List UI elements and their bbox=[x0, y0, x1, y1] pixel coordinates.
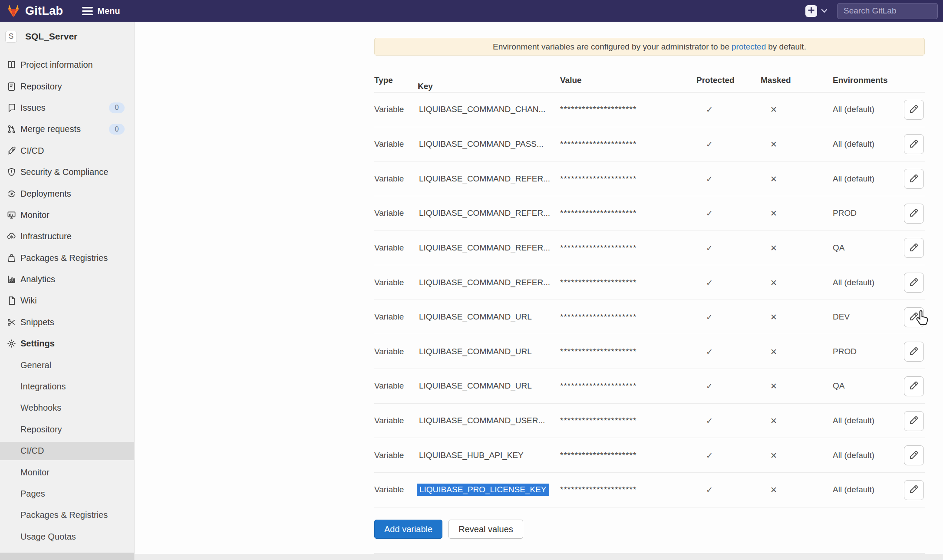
edit-variable-button[interactable] bbox=[904, 100, 924, 120]
table-row: Variable LIQUIBASE_COMMAND_REFER... ****… bbox=[374, 196, 925, 231]
new-item-dropdown-caret[interactable] bbox=[821, 9, 828, 13]
sidebar-item-security-compliance[interactable]: Security & Compliance bbox=[0, 161, 134, 183]
sidebar-subitem-monitor[interactable]: Monitor bbox=[0, 461, 134, 483]
sidebar-item-label: Settings bbox=[20, 339, 55, 349]
sidebar-subitem-label: Packages & Registries bbox=[20, 510, 108, 520]
sidebar-item-deployments[interactable]: Deployments bbox=[0, 183, 134, 204]
sidebar-item-wiki[interactable]: Wiki bbox=[0, 290, 134, 311]
variable-masked-value: ********************* bbox=[560, 278, 636, 287]
sidebar-item-monitor[interactable]: Monitor bbox=[0, 204, 134, 226]
edit-variable-button[interactable] bbox=[904, 445, 924, 465]
bottom-strip bbox=[135, 554, 943, 560]
variable-type: Variable bbox=[374, 312, 404, 322]
menu-button[interactable]: Menu bbox=[82, 6, 120, 16]
edit-variable-button[interactable] bbox=[904, 273, 924, 293]
search-input[interactable] bbox=[837, 3, 938, 19]
sidebar-item-project-information[interactable]: Project information bbox=[0, 54, 134, 76]
sidebar-subitem-label: Monitor bbox=[20, 468, 49, 478]
column-header-masked: Masked bbox=[761, 76, 787, 85]
edit-variable-button[interactable] bbox=[904, 376, 924, 396]
variable-key: LIQUIBASE_COMMAND_REFER... bbox=[419, 174, 550, 184]
edit-variable-button[interactable] bbox=[904, 238, 924, 258]
masked-x-icon: ✕ bbox=[761, 381, 787, 391]
masked-x-icon: ✕ bbox=[761, 277, 787, 287]
masked-x-icon: ✕ bbox=[761, 346, 787, 356]
gitlab-home-link[interactable]: GitLab bbox=[6, 4, 63, 18]
edit-variable-button[interactable] bbox=[904, 169, 924, 189]
table-row: Variable LIQUIBASE_COMMAND_USER... *****… bbox=[374, 404, 925, 438]
protected-check-icon: ✓ bbox=[696, 174, 722, 184]
project-avatar: S bbox=[5, 31, 17, 43]
sidebar-item-ci-cd[interactable]: CI/CD bbox=[0, 140, 134, 161]
sidebar-item-issues[interactable]: Issues 0 bbox=[0, 97, 134, 119]
reveal-values-button[interactable]: Reveal values bbox=[448, 520, 523, 539]
edit-variable-button[interactable] bbox=[904, 307, 924, 327]
table-row: Variable LIQUIBASE_COMMAND_REFER... ****… bbox=[374, 265, 925, 300]
top-bar: GitLab Menu bbox=[0, 0, 943, 22]
sidebar-subitem-packages-registries[interactable]: Packages & Registries bbox=[0, 504, 134, 526]
variable-masked-value: ********************* bbox=[560, 174, 636, 184]
sidebar-subitem-general[interactable]: General bbox=[0, 354, 134, 376]
new-item-button[interactable] bbox=[805, 5, 817, 17]
sidebar-item-label: Project information bbox=[20, 60, 93, 70]
sidebar-item-repository[interactable]: Repository bbox=[0, 76, 134, 97]
variable-masked-value: ********************* bbox=[560, 347, 636, 356]
sidebar-item-snippets[interactable]: Snippets bbox=[0, 312, 134, 333]
sidebar-subitem-ci-cd[interactable]: CI/CD bbox=[0, 442, 134, 460]
pencil-icon bbox=[909, 311, 919, 323]
variable-type: Variable bbox=[374, 278, 404, 287]
menu-label: Menu bbox=[97, 6, 120, 16]
pencil-icon bbox=[909, 415, 919, 427]
masked-x-icon: ✕ bbox=[761, 139, 787, 149]
variable-environment: QA bbox=[833, 243, 844, 253]
sidebar-item-merge-requests[interactable]: Merge requests 0 bbox=[0, 119, 134, 140]
edit-variable-button[interactable] bbox=[904, 204, 924, 224]
project-name: SQL_Server bbox=[25, 31, 77, 42]
project-information-icon bbox=[7, 60, 16, 70]
issues-icon bbox=[7, 103, 16, 113]
variable-masked-value: ********************* bbox=[560, 105, 636, 114]
edit-variable-button[interactable] bbox=[904, 411, 924, 431]
variable-masked-value: ********************* bbox=[560, 312, 636, 322]
variable-type: Variable bbox=[374, 105, 404, 114]
sidebar-subitem-label: Usage Quotas bbox=[20, 532, 76, 542]
project-header[interactable]: S SQL_Server bbox=[0, 22, 134, 49]
sidebar-subitem-usage-quotas[interactable]: Usage Quotas bbox=[0, 526, 134, 547]
add-variable-button[interactable]: Add variable bbox=[374, 520, 442, 539]
table-row: Variable LIQUIBASE_COMMAND_URL *********… bbox=[374, 300, 925, 335]
sidebar-subitem-webhooks[interactable]: Webhooks bbox=[0, 397, 134, 418]
sidebar-item-analytics[interactable]: Analytics bbox=[0, 269, 134, 290]
banner-text: by default. bbox=[768, 42, 806, 52]
variable-masked-value: ********************* bbox=[560, 485, 636, 494]
variable-environment: All (default) bbox=[833, 139, 874, 149]
protected-check-icon: ✓ bbox=[696, 312, 722, 322]
edit-variable-button[interactable] bbox=[904, 480, 924, 500]
sidebar-item-packages-registries[interactable]: Packages & Registries bbox=[0, 247, 134, 269]
sidebar-item-settings[interactable]: Settings bbox=[0, 333, 134, 354]
pencil-icon bbox=[909, 173, 919, 185]
edit-variable-button[interactable] bbox=[904, 342, 924, 362]
variable-key: LIQUIBASE_HUB_API_KEY bbox=[419, 451, 524, 460]
pencil-icon bbox=[909, 208, 919, 219]
actions-bar: Add variable Reveal values bbox=[374, 520, 523, 539]
sidebar-item-infrastructure[interactable]: Infrastructure bbox=[0, 226, 134, 247]
sidebar-item-label: Infrastructure bbox=[20, 231, 72, 241]
sidebar-item-label: Repository bbox=[20, 82, 62, 92]
variable-masked-value: ********************* bbox=[560, 208, 636, 218]
security-icon bbox=[7, 167, 16, 177]
sidebar-subitem-pages[interactable]: Pages bbox=[0, 483, 134, 504]
protected-link[interactable]: protected bbox=[732, 42, 766, 52]
sidebar-subitem-integrations[interactable]: Integrations bbox=[0, 376, 134, 397]
variables-table-body: Variable LIQUIBASE_COMMAND_CHAN... *****… bbox=[374, 92, 925, 507]
pencil-icon bbox=[909, 277, 919, 289]
analytics-icon bbox=[7, 274, 16, 284]
packages-icon bbox=[7, 253, 16, 263]
sidebar-subitem-label: CI/CD bbox=[20, 446, 44, 456]
sidebar-subitem-label: Pages bbox=[20, 489, 45, 499]
sidebar-item-label: Packages & Registries bbox=[20, 253, 108, 263]
sidebar-subitem-repository[interactable]: Repository bbox=[0, 419, 134, 440]
edit-variable-button[interactable] bbox=[904, 134, 924, 154]
variable-type: Variable bbox=[374, 139, 404, 149]
variable-key: LIQUIBASE_COMMAND_CHAN... bbox=[419, 105, 545, 114]
variable-key: LIQUIBASE_COMMAND_REFER... bbox=[419, 278, 550, 287]
